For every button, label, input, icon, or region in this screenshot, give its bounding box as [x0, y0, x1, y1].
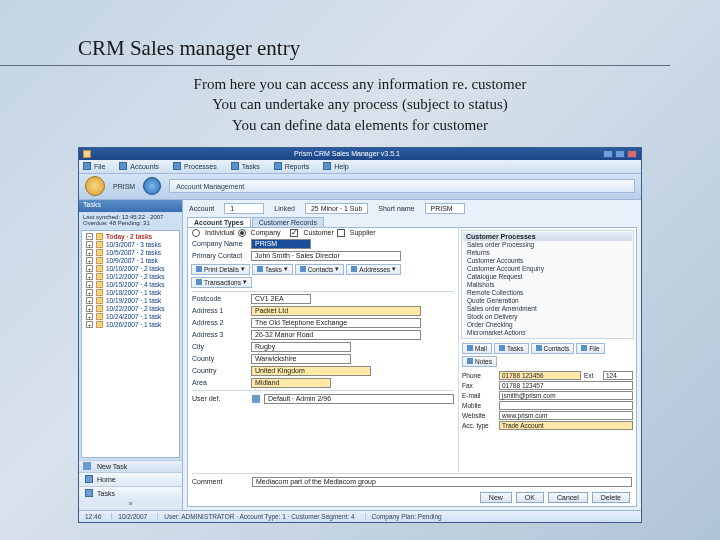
collapse-icon[interactable]: −: [86, 233, 93, 240]
tree-node[interactable]: +10/19/2007 · 1 task: [84, 297, 177, 305]
check-customer[interactable]: [290, 229, 298, 237]
tree-node[interactable]: +10/10/2007 · 2 tasks: [84, 265, 177, 273]
tree-node[interactable]: +10/3/2007 · 3 tasks: [84, 241, 177, 249]
proc-item[interactable]: Returns: [463, 249, 632, 257]
addr2-input[interactable]: The Old Telephone Exchange: [251, 318, 421, 328]
menu-accounts[interactable]: Accounts: [119, 162, 159, 170]
tab-account-types[interactable]: Account Types: [187, 217, 251, 227]
primary-contact-select[interactable]: John Smith · Sales Director: [251, 251, 401, 261]
postcode-input[interactable]: CV1 2EA: [251, 294, 311, 304]
proc-item[interactable]: Mailshots: [463, 281, 632, 289]
radio-company[interactable]: [238, 229, 246, 237]
tree-node[interactable]: +10/22/2007 · 2 tasks: [84, 305, 177, 313]
ok-button[interactable]: OK: [516, 492, 544, 503]
tree-root[interactable]: −Today · 2 tasks: [84, 233, 177, 241]
userdef-input[interactable]: Default · Admin 2/96: [264, 394, 454, 404]
acctype-select[interactable]: Trade Account: [499, 421, 633, 430]
expand-icon[interactable]: +: [86, 305, 93, 312]
expand-icon[interactable]: +: [86, 249, 93, 256]
sidebar-nav-home[interactable]: Home: [79, 472, 182, 486]
menu-processes[interactable]: Processes: [173, 162, 217, 170]
app-orb-icon[interactable]: [85, 176, 105, 196]
id-row: Account 1 Linked 25 Minor · 1 Sub Short …: [183, 200, 641, 217]
expand-icon[interactable]: +: [86, 297, 93, 304]
individual-label: Individual: [205, 229, 235, 236]
expand-icon[interactable]: +: [86, 241, 93, 248]
proc-item[interactable]: Quote Generation: [463, 297, 632, 305]
tree-node[interactable]: +10/9/2007 · 1 task: [84, 257, 177, 265]
expand-icon[interactable]: +: [86, 321, 93, 328]
expand-icon[interactable]: +: [86, 257, 93, 264]
status-user: User: ADMINISTRATOR · Account Type: 1 · …: [157, 513, 354, 520]
country-select[interactable]: United Kingdom: [251, 366, 371, 376]
proc-item[interactable]: Sales order Processing: [463, 241, 632, 249]
fax-input[interactable]: 01788 123457: [499, 381, 633, 390]
tb-contacts[interactable]: Contacts ▾: [295, 264, 345, 275]
proc-item[interactable]: Catalogue Request: [463, 273, 632, 281]
tb-addresses[interactable]: Addresses ▾: [346, 264, 401, 275]
proc-item[interactable]: Sales order Amendment: [463, 305, 632, 313]
tree-node[interactable]: +10/12/2007 · 2 tasks: [84, 273, 177, 281]
tree-node[interactable]: +10/24/2007 · 1 task: [84, 313, 177, 321]
tb-rcontacts[interactable]: Contacts: [531, 343, 575, 354]
globe-icon[interactable]: [143, 177, 161, 195]
tree-node[interactable]: +10/26/2007 · 1 task: [84, 321, 177, 329]
county-input[interactable]: Warwickshire: [251, 354, 351, 364]
tb-mail[interactable]: Mail: [462, 343, 492, 354]
tb-rtasks[interactable]: Tasks: [494, 343, 529, 354]
web-input[interactable]: www.prism.com: [499, 411, 633, 420]
menu-help[interactable]: Help: [323, 162, 348, 170]
userdef-label: User def.: [192, 395, 248, 402]
new-button[interactable]: New: [480, 492, 512, 503]
new-task-label[interactable]: New Task: [97, 463, 127, 470]
tb-tasks[interactable]: Tasks ▾: [252, 264, 293, 275]
minimize-button[interactable]: [603, 150, 613, 158]
proc-item[interactable]: Remote Collections: [463, 289, 632, 297]
delete-button[interactable]: Delete: [592, 492, 630, 503]
tree-node[interactable]: +10/15/2007 · 4 tasks: [84, 281, 177, 289]
sidebar-nav-tasks[interactable]: Tasks: [79, 486, 182, 500]
tab-customer-records[interactable]: Customer Records: [252, 217, 324, 227]
proc-item[interactable]: Customer Accounts: [463, 257, 632, 265]
expand-icon[interactable]: +: [86, 281, 93, 288]
task-tree[interactable]: −Today · 2 tasks +10/3/2007 · 3 tasks +1…: [81, 230, 180, 458]
cancel-button[interactable]: Cancel: [548, 492, 588, 503]
tb-file[interactable]: File: [576, 343, 604, 354]
ext-input[interactable]: 124: [603, 371, 633, 380]
menu-file[interactable]: File: [83, 162, 105, 170]
tb-transactions[interactable]: Transactions ▾: [191, 277, 252, 288]
email-input[interactable]: jsmith@prism.com: [499, 391, 633, 400]
breadcrumb[interactable]: Account Management: [169, 179, 635, 193]
userdef-icon[interactable]: [252, 395, 260, 403]
maximize-button[interactable]: [615, 150, 625, 158]
phone-input[interactable]: 01788 123456: [499, 371, 581, 380]
tb-notes[interactable]: Notes: [462, 356, 497, 367]
close-button[interactable]: [627, 150, 637, 158]
radio-individual[interactable]: [192, 229, 200, 237]
expand-icon[interactable]: +: [86, 265, 93, 272]
proc-item[interactable]: Customer Account Enquiry: [463, 265, 632, 273]
comment-input[interactable]: Mediacom part of the Mediacom group: [252, 477, 632, 487]
proc-item[interactable]: Micromarket Actions: [463, 329, 632, 337]
expand-icon[interactable]: +: [86, 289, 93, 296]
addr1-input[interactable]: Packet Ltd: [251, 306, 421, 316]
account-value[interactable]: 1: [224, 203, 264, 214]
addr3-input[interactable]: 26-32 Manor Road: [251, 330, 421, 340]
company-name-input[interactable]: PRISM: [251, 239, 311, 249]
tree-node[interactable]: +10/5/2007 · 2 tasks: [84, 249, 177, 257]
mobile-input[interactable]: [499, 401, 633, 410]
tree-node[interactable]: +10/18/2007 · 1 task: [84, 289, 177, 297]
sidebar-nav-expand[interactable]: »: [79, 500, 182, 510]
menu-tasks[interactable]: Tasks: [231, 162, 260, 170]
proc-item[interactable]: Stock on Delivery: [463, 313, 632, 321]
area-select[interactable]: Midland: [251, 378, 331, 388]
check-supplier[interactable]: [337, 229, 345, 237]
shortname-value[interactable]: PRISM: [425, 203, 465, 214]
city-input[interactable]: Rugby: [251, 342, 351, 352]
menu-reports[interactable]: Reports: [274, 162, 310, 170]
expand-icon[interactable]: +: [86, 273, 93, 280]
new-task-icon[interactable]: [83, 462, 91, 470]
tb-print[interactable]: Print Details ▾: [191, 264, 250, 275]
proc-item[interactable]: Order Checking: [463, 321, 632, 329]
expand-icon[interactable]: +: [86, 313, 93, 320]
